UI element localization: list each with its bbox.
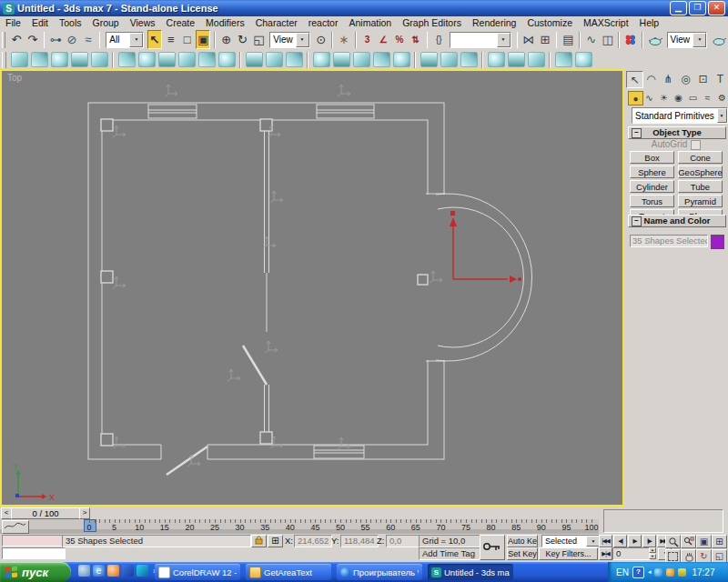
snap-toggle-icon[interactable] [360,30,375,49]
quick-launch-icon[interactable] [122,565,134,577]
reactor-toolbar-icon[interactable] [178,52,196,67]
task-button-1[interactable]: CorelDRAW 12 - [E:\... [155,564,240,580]
object-type-button-box[interactable]: Box [630,151,674,164]
category-shapes-icon[interactable]: ∿ [642,91,656,104]
x-coordinate-field[interactable]: 214,652 [294,535,332,547]
arc-rotate-icon[interactable]: ↻ [696,549,712,563]
reactor-toolbar-icon[interactable] [246,52,263,67]
add-time-tag[interactable]: Add Time Tag [419,547,480,560]
reactor-toolbar-icon[interactable] [31,52,48,67]
reactor-toolbar-icon[interactable] [313,52,330,67]
object-type-button-geosphere[interactable]: GeoSphere [678,166,723,178]
object-type-button-tube[interactable]: Tube [678,180,723,193]
reactor-toolbar-icon[interactable] [508,52,525,67]
selection-lock-icon[interactable] [251,535,267,547]
zoom-all-icon[interactable] [681,535,696,548]
reference-coordinate-dropdown[interactable]: View [269,32,310,48]
dropdown-arrow-icon[interactable] [717,108,727,123]
render-type-dropdown[interactable]: View [667,32,708,48]
tab-motion[interactable]: ◎ [678,71,693,86]
menu-item-animation[interactable]: Animation [343,17,397,28]
play-button[interactable]: ▶ [628,535,642,547]
menu-item-rendering[interactable]: Rendering [467,17,521,28]
zoom-extents-icon[interactable]: ▣ [696,535,712,548]
reactor-toolbar-icon[interactable] [575,52,592,67]
reactor-toolbar-icon[interactable] [333,52,350,67]
menu-item-edit[interactable]: Edit [26,17,54,28]
reactor-toolbar-icon[interactable] [118,52,136,67]
close-button[interactable]: ✕ [708,1,725,15]
start-button[interactable]: пуск [0,562,71,582]
object-name-field[interactable]: 35 Shapes Selected [630,235,708,247]
reactor-toolbar-icon[interactable] [218,52,236,67]
select-and-rotate-icon[interactable] [236,30,250,49]
zoom-region-icon[interactable] [665,549,681,563]
help-tray-icon[interactable]: ? [632,567,644,578]
unlink-selection-icon[interactable] [65,30,79,49]
menu-item-views[interactable]: Views [125,17,161,28]
maxscript-listener-white[interactable] [2,547,66,559]
reactor-toolbar-icon[interactable] [71,52,88,67]
redo-icon[interactable] [25,30,40,49]
material-editor-icon[interactable] [623,30,638,49]
task-button-3[interactable]: Проигрыватель Win... [337,564,422,580]
z-coordinate-field[interactable]: 0,0 [386,535,420,547]
reactor-toolbar-icon[interactable] [373,52,390,67]
y-coordinate-field[interactable]: 118,484 [340,535,379,547]
reactor-toolbar-icon[interactable] [460,52,478,67]
viewport-top[interactable]: Top [0,69,624,507]
dropdown-arrow-icon[interactable] [296,33,309,47]
menu-item-create[interactable]: Create [161,17,201,28]
reactor-toolbar-icon[interactable] [91,52,108,67]
current-frame-field[interactable]: 0 [612,547,651,560]
time-slider-right-arrow[interactable]: > [79,507,90,519]
object-type-button-cone[interactable]: Cone [678,151,723,164]
set-key-button[interactable]: Set Key [507,547,538,560]
zoom-icon[interactable] [665,535,681,548]
align-icon[interactable] [538,30,552,49]
reactor-toolbar-icon[interactable] [198,52,216,67]
select-object-icon[interactable] [147,30,162,49]
dropdown-arrow-icon[interactable] [129,33,143,47]
key-filters-button[interactable]: Key Filters... [539,547,598,560]
undo-icon[interactable] [9,30,24,49]
reactor-toolbar-icon[interactable] [158,52,176,67]
zoom-extents-all-icon[interactable]: ⊞ [712,535,727,548]
collapse-icon[interactable]: − [632,128,642,138]
reactor-toolbar-icon[interactable] [51,52,68,67]
tray-icon[interactable] [678,568,686,577]
tray-icon[interactable] [666,568,674,577]
category-systems-icon[interactable]: ⚙ [715,91,728,104]
reactor-toolbar-icon[interactable] [488,52,505,67]
tab-display[interactable]: ⊡ [695,71,711,86]
object-color-swatch[interactable] [711,235,724,249]
schematic-view-icon[interactable] [601,30,615,49]
menu-item-tools[interactable]: Tools [54,17,87,28]
maxscript-listener-pink[interactable] [2,535,66,547]
select-and-move-icon[interactable] [219,30,234,49]
pan-icon[interactable] [681,549,696,563]
object-type-button-cylinder[interactable]: Cylinder [630,180,674,193]
go-to-start-button[interactable]: |◀◀ [599,535,612,547]
percent-snap-icon[interactable] [392,30,407,49]
select-and-manipulate-icon[interactable] [337,30,351,49]
reactor-toolbar-icon[interactable] [138,52,156,67]
toolbar-grip[interactable] [2,32,5,48]
tab-utilities[interactable]: T [713,71,728,86]
reactor-toolbar-icon[interactable] [353,52,370,67]
task-button-4[interactable]: SUntitled - 3ds max 7 ... [428,564,513,580]
reactor-toolbar-icon[interactable] [440,52,458,67]
next-frame-button[interactable]: |▶ [642,535,656,547]
category-lights-icon[interactable]: ☀ [657,91,671,104]
time-slider-thumb[interactable]: 0 / 100 [11,507,80,519]
dropdown-arrow-icon[interactable] [693,33,706,47]
frame-spinner[interactable]: ▲▼ [649,547,656,558]
auto-key-button[interactable]: Auto Key [507,535,538,547]
reactor-toolbar-icon[interactable] [11,52,28,67]
viewport-label[interactable]: Top [7,73,22,83]
minimize-button[interactable]: ▁ [670,1,687,15]
angle-snap-icon[interactable] [376,30,390,49]
menu-item-customize[interactable]: Customize [521,17,578,28]
named-selection-dropdown[interactable] [450,32,511,48]
spinner-snap-icon[interactable] [409,30,423,49]
